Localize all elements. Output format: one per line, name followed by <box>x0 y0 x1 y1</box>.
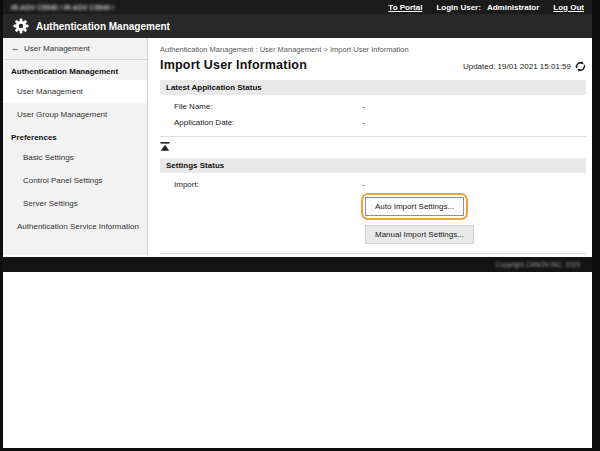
empty-area <box>3 272 592 448</box>
sidebar: ← User Management Authentication Managem… <box>3 38 148 255</box>
sidebar-item-user-group-management[interactable]: User Group Management <box>3 103 147 126</box>
row-import: Import: - <box>160 180 586 189</box>
sidebar-item-control-panel-settings[interactable]: Control Panel Settings <box>3 169 147 192</box>
sidebar-item-basic-settings[interactable]: Basic Settings <box>3 146 147 169</box>
sidebar-back-label: User Management <box>24 44 90 53</box>
file-name-label: File Name: <box>160 102 362 111</box>
updated-area: Updated: 19/01 2021 15:01:59 <box>463 61 586 72</box>
top-links: To Portal Login User: Administrator Log … <box>388 3 584 12</box>
login-user: Login User: Administrator <box>436 3 539 12</box>
device-name: iR-ADV C5540 / iR-ADV C5540 / <box>11 4 114 11</box>
row-application-date: Application Date: - <box>160 118 586 127</box>
refresh-icon[interactable] <box>575 61 586 72</box>
sidebar-section-preferences: Preferences <box>3 126 147 146</box>
application-date-value: - <box>362 118 586 127</box>
screen: iR-ADV C5540 / iR-ADV C5540 / To Portal … <box>0 0 600 451</box>
import-buttons: Auto Import Settings... Manual Import Se… <box>365 193 586 244</box>
breadcrumb[interactable]: Authentication Management : User Managem… <box>160 45 586 54</box>
main-content: Authentication Management : User Managem… <box>148 38 592 255</box>
highlight-ring: Auto Import Settings... <box>361 193 468 220</box>
app-header-bar: Authentication Management <box>3 14 592 38</box>
footer-bar: Copyright CANON INC. 2020 <box>3 257 592 272</box>
login-user-value: Administrator <box>487 3 539 12</box>
sidebar-back-user-management[interactable]: ← User Management <box>3 38 147 60</box>
body: ← User Management Authentication Managem… <box>3 38 592 255</box>
section-settings-status: Settings Status <box>160 158 586 173</box>
login-user-label: Login User: <box>436 3 480 12</box>
auto-import-settings-button[interactable]: Auto Import Settings... <box>365 197 464 216</box>
import-label: Import: <box>160 180 362 189</box>
divider <box>160 136 586 137</box>
sidebar-item-server-settings[interactable]: Server Settings <box>3 192 147 215</box>
section-latest-application-status: Latest Application Status <box>160 80 586 95</box>
import-value: - <box>362 180 586 189</box>
sidebar-item-user-management[interactable]: User Management <box>3 80 147 103</box>
log-out-link[interactable]: Log Out <box>553 3 584 12</box>
manual-import-settings-button[interactable]: Manual Import Settings... <box>365 225 474 244</box>
row-file-name: File Name: - <box>160 102 586 111</box>
top-chrome-bar: iR-ADV C5540 / iR-ADV C5540 / To Portal … <box>3 0 592 14</box>
copyright-text: Copyright CANON INC. 2020 <box>496 261 580 268</box>
to-portal-link[interactable]: To Portal <box>388 3 422 12</box>
file-name-value: - <box>362 102 586 111</box>
app-title: Authentication Management <box>36 21 170 32</box>
divider <box>160 253 586 254</box>
gear-icon <box>13 18 29 34</box>
page-title: Import User Information <box>160 58 307 72</box>
page: iR-ADV C5540 / iR-ADV C5540 / To Portal … <box>3 0 592 448</box>
updated-timestamp: Updated: 19/01 2021 15:01:59 <box>463 62 571 71</box>
application-date-label: Application Date: <box>160 118 362 127</box>
sidebar-section-authentication-management: Authentication Management <box>3 60 147 80</box>
title-row: Import User Information Updated: 19/01 2… <box>160 58 586 72</box>
back-to-top-icon[interactable] <box>160 142 170 151</box>
left-arrow-icon: ← <box>11 43 20 53</box>
sidebar-item-authentication-service-information[interactable]: Authentication Service Information <box>3 215 147 238</box>
